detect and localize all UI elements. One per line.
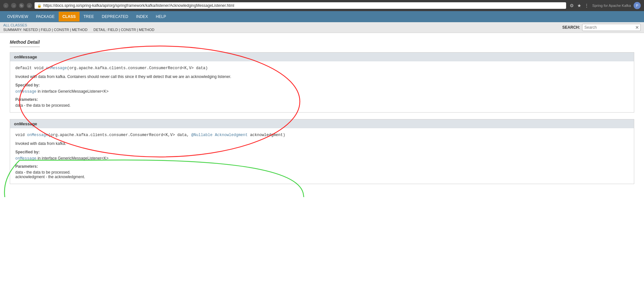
method-header-2: onMessage: [10, 119, 634, 128]
summary-text: SUMMARY: NESTED | FIELD | CONSTR | METHO…: [3, 28, 87, 32]
home-button[interactable]: ⌂: [27, 3, 32, 8]
param-line-1: data - the data to be processed.: [15, 103, 629, 108]
nav-help[interactable]: HELP: [152, 12, 170, 22]
lock-icon: 🔒: [37, 4, 42, 8]
specified-by-value-2: onMessage in interface GenericMessageLis…: [15, 156, 629, 161]
spring-label: Spring for Apache Kafka: [592, 4, 631, 8]
interface-text-1: in interface GenericMessageListener<K>: [37, 89, 108, 94]
browser-actions: ⚙ ★ ⋮: [569, 3, 590, 8]
url-bar[interactable]: 🔒 https://docs.spring.io/spring-kafka/ap…: [35, 2, 566, 9]
interface-text-2: in interface GenericMessageListener<K>: [37, 156, 108, 161]
method-block-2: onMessage void onMessage(org.apache.kafk…: [10, 119, 634, 184]
nav-bar: OVERVIEW PACKAGE CLASS TREE DEPRECATED I…: [0, 11, 644, 22]
reload-button[interactable]: ↻: [19, 3, 24, 8]
method-desc-2: Invoked with data from kafka.: [15, 141, 629, 146]
section-title: Method Detail: [10, 39, 40, 47]
param-line-2b: acknowledgment - the acknowledgment.: [15, 175, 629, 179]
specified-by-value-1: onMessage in interface GenericMessageLis…: [15, 89, 629, 94]
specified-by-method-link-2[interactable]: onMessage: [15, 156, 37, 161]
nav-index[interactable]: INDEX: [132, 12, 152, 22]
nav-class[interactable]: CLASS: [59, 12, 80, 22]
nav-overview[interactable]: OVERVIEW: [3, 12, 32, 22]
method-desc-1: Invoked with data from kafka. Containers…: [15, 74, 629, 79]
method-body-2: void onMessage(org.apache.kafka.clients.…: [10, 128, 634, 184]
url-text: https://docs.spring.io/spring-kafka/api/…: [43, 3, 234, 8]
search-clear-button[interactable]: ✕: [635, 25, 639, 30]
method-signature-2: void onMessage(org.apache.kafka.clients.…: [15, 133, 629, 137]
specified-by-label-1: Specified by:: [15, 83, 629, 87]
bookmark-icon[interactable]: ★: [576, 3, 582, 8]
main-content: Method Detail onMessage default void onM…: [0, 33, 644, 197]
search-label: SEARCH:: [562, 25, 580, 30]
forward-button[interactable]: →: [11, 3, 16, 8]
params-label-1: Parameters:: [15, 97, 629, 102]
param-line-2a: data - the data to be processed.: [15, 170, 629, 175]
sub-nav-left: ALL CLASSES SUMMARY: NESTED | FIELD | CO…: [3, 23, 154, 32]
method-signature-1: default void onMessage(org.apache.kafka.…: [15, 66, 629, 70]
search-area: SEARCH: ✕: [562, 24, 641, 31]
sub-nav: ALL CLASSES SUMMARY: NESTED | FIELD | CO…: [0, 22, 644, 33]
nav-package[interactable]: PACKAGE: [32, 12, 58, 22]
search-input[interactable]: [582, 24, 641, 31]
browser-chrome: ← → ↻ ⌂ 🔒 https://docs.spring.io/spring-…: [0, 0, 644, 11]
method-header-1: onMessage: [10, 53, 634, 61]
params-label-2: Parameters:: [15, 164, 629, 169]
nav-tree[interactable]: TREE: [80, 12, 98, 22]
all-classes-link[interactable]: ALL CLASSES: [3, 23, 154, 27]
extensions-icon[interactable]: ⚙: [569, 3, 575, 8]
method-body-1: default void onMessage(org.apache.kafka.…: [10, 61, 634, 112]
back-button[interactable]: ←: [3, 3, 8, 8]
specified-by-method-link-1[interactable]: onMessage: [15, 89, 37, 94]
nav-deprecated[interactable]: DEPRECATED: [98, 12, 132, 22]
summary-nav: SUMMARY: NESTED | FIELD | CONSTR | METHO…: [3, 28, 154, 32]
profile-button[interactable]: P: [634, 2, 641, 9]
specified-by-label-2: Specified by:: [15, 150, 629, 154]
menu-icon[interactable]: ⋮: [584, 3, 590, 8]
search-input-wrapper: ✕: [582, 24, 641, 31]
detail-text: DETAIL: FIELD | CONSTR | METHOD: [94, 28, 154, 32]
method-block-1: onMessage default void onMessage(org.apa…: [10, 52, 634, 113]
